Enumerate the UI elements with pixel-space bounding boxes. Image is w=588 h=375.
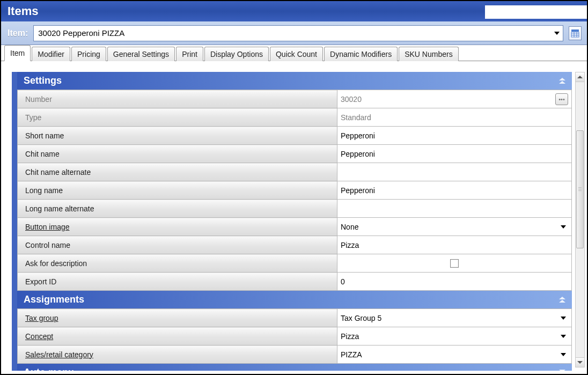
row-number: Number 30020 •••: [18, 90, 572, 108]
item-select[interactable]: 30020 Pepperoni PIZZA: [33, 25, 563, 41]
row-value[interactable]: Pizza: [337, 236, 572, 254]
row-control-name: Control name Pizza: [18, 236, 572, 254]
tab-quick-count[interactable]: Quick Count: [270, 47, 323, 61]
tab-modifier[interactable]: Modifier: [32, 47, 70, 61]
tab-pricing[interactable]: Pricing: [71, 47, 106, 61]
chevron-down-icon: [554, 32, 560, 35]
row-value[interactable]: Pepperoni: [337, 127, 572, 145]
chevron-down-icon: [561, 317, 566, 320]
row-value[interactable]: [337, 200, 572, 218]
row-label: Control name: [18, 236, 337, 254]
row-label: Chit name alternate: [18, 163, 337, 181]
row-value[interactable]: PIZZA: [337, 345, 572, 364]
tab-label: Print: [182, 50, 197, 58]
grid-icon: [571, 29, 579, 38]
chevron-down-icon: [561, 353, 566, 356]
window-title: Items: [8, 4, 38, 18]
row-value[interactable]: Pepperoni: [337, 181, 572, 200]
tab-display-options[interactable]: Display Options: [204, 47, 269, 61]
row-concept: Concept Pizza: [18, 327, 572, 345]
row-label[interactable]: Tax group: [18, 309, 337, 327]
row-chit-name-alt: Chit name alternate: [18, 163, 572, 181]
item-label: Item:: [8, 28, 28, 38]
row-value[interactable]: Pizza: [337, 327, 572, 345]
tab-item[interactable]: Item: [4, 45, 31, 61]
section-title: Settings: [24, 75, 62, 86]
toolbar-icon[interactable]: [569, 26, 582, 40]
row-value: Standard: [337, 108, 572, 127]
scroll-thumb[interactable]: [576, 130, 584, 248]
row-value[interactable]: Pepperoni: [337, 145, 572, 163]
collapse-up-icon: [559, 78, 565, 84]
row-long-name: Long name Pepperoni: [18, 181, 572, 200]
row-label: Type: [18, 108, 337, 127]
section-header-automenu[interactable]: Auto menu: [17, 364, 572, 371]
tab-label: Item: [10, 49, 25, 57]
row-value[interactable]: 30020 •••: [337, 90, 572, 108]
tab-label: Quick Count: [276, 50, 317, 58]
row-sales-category: Sales/retail category PIZZA: [18, 345, 572, 364]
row-type: Type Standard: [18, 108, 572, 127]
checkbox[interactable]: [450, 259, 459, 268]
row-long-name-alt: Long name alternate: [18, 200, 572, 218]
row-value[interactable]: [337, 163, 572, 181]
value-text: Pepperoni: [341, 131, 375, 140]
row-label: Chit name: [18, 145, 337, 163]
row-value[interactable]: [337, 254, 572, 273]
row-label: Long name: [18, 181, 337, 200]
tab-general-settings[interactable]: General Settings: [107, 47, 175, 61]
tab-dynamic-modifiers[interactable]: Dynamic Modifiers: [324, 47, 398, 61]
row-chit-name: Chit name Pepperoni: [18, 145, 572, 163]
expand-down-icon: [559, 370, 565, 371]
tab-label: Dynamic Modifiers: [330, 50, 392, 58]
row-label: Export ID: [18, 273, 337, 291]
scroll-area: Settings Number 30020 ••• Type Standard …: [12, 72, 572, 371]
ellipsis-button[interactable]: •••: [555, 93, 568, 105]
value-text: PIZZA: [341, 350, 362, 359]
scroll-up-button[interactable]: [576, 72, 584, 82]
row-export-id: Export ID 0: [18, 273, 572, 291]
row-ask-for-description: Ask for description: [18, 254, 572, 273]
value-text: Standard: [341, 113, 371, 122]
row-button-image: Button image None: [18, 218, 572, 236]
window-titlebar: Items: [1, 1, 587, 21]
row-label: Short name: [18, 127, 337, 145]
triangle-down-icon: [577, 361, 583, 364]
section-title: Auto menu: [24, 367, 74, 371]
svg-rect-0: [571, 30, 579, 32]
settings-grid: Number 30020 ••• Type Standard Short nam…: [17, 90, 572, 291]
value-text: Pepperoni: [341, 186, 375, 195]
row-label[interactable]: Button image: [18, 218, 337, 236]
chevron-down-icon: [561, 225, 566, 229]
section-header-assignments[interactable]: Assignments: [17, 291, 572, 308]
triangle-up-icon: [577, 76, 583, 78]
tab-sku-numbers[interactable]: SKU Numbers: [399, 47, 458, 61]
row-value[interactable]: None: [337, 218, 572, 236]
value-text: 0: [341, 277, 345, 286]
tab-print[interactable]: Print: [176, 47, 203, 61]
svg-rect-1: [571, 32, 579, 37]
row-label: Long name alternate: [18, 200, 337, 218]
section-header-settings[interactable]: Settings: [17, 72, 572, 90]
row-value[interactable]: Tax Group 5: [337, 309, 572, 327]
row-label[interactable]: Concept: [18, 327, 337, 345]
value-text: 30020: [341, 95, 362, 104]
value-text: Pizza: [341, 332, 359, 341]
row-tax-group: Tax group Tax Group 5: [18, 309, 572, 327]
vertical-scrollbar[interactable]: [575, 72, 585, 367]
row-short-name: Short name Pepperoni: [18, 127, 572, 145]
assignments-grid: Tax group Tax Group 5 Concept Pizza Sale…: [17, 308, 572, 364]
value-text: Pizza: [341, 241, 359, 249]
value-text: Tax Group 5: [341, 314, 381, 322]
row-value[interactable]: 0: [337, 273, 572, 291]
tab-label: General Settings: [113, 50, 169, 58]
tab-label: Modifier: [38, 50, 64, 58]
section-title: Assignments: [24, 294, 84, 305]
tab-label: SKU Numbers: [405, 50, 452, 58]
content-area: Settings Number 30020 ••• Type Standard …: [1, 61, 587, 374]
value-text: None: [341, 223, 358, 231]
row-label[interactable]: Sales/retail category: [18, 345, 337, 364]
tab-label: Display Options: [210, 50, 263, 58]
item-select-value: 30020 Pepperoni PIZZA: [38, 28, 124, 38]
scroll-down-button[interactable]: [576, 357, 584, 367]
